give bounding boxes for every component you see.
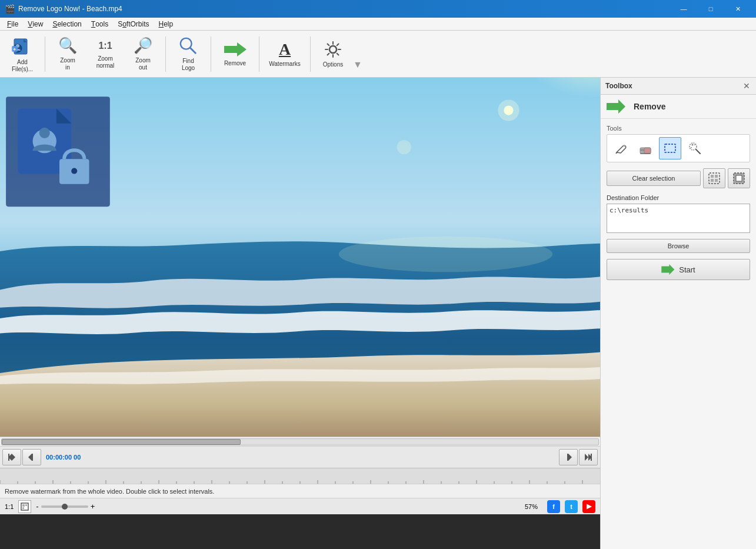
video-canvas: [0, 78, 600, 437]
pen-tool-button[interactable]: [610, 137, 632, 159]
dest-folder-input[interactable]: [607, 204, 750, 233]
timeline-controls: 00:00:00 00: [0, 447, 600, 468]
clear-selection-button[interactable]: Clear selection: [607, 171, 701, 186]
invert-selection-button[interactable]: [728, 168, 750, 188]
eraser-icon: [639, 142, 652, 155]
minimize-button[interactable]: ―: [670, 0, 697, 18]
start-button[interactable]: Start: [607, 259, 750, 280]
timeline-to-start[interactable]: [2, 449, 21, 465]
remove-label: Remove: [224, 60, 246, 66]
horizontal-scrollbar[interactable]: [0, 437, 600, 446]
close-button[interactable]: ✕: [724, 0, 751, 18]
svg-rect-73: [640, 149, 644, 151]
menu-help[interactable]: Help: [154, 18, 178, 30]
svg-rect-69: [22, 507, 24, 509]
toolbar-zoom-in[interactable]: 🔍 Zoomin: [50, 34, 85, 75]
toolbar-watermarks[interactable]: A Watermarks: [264, 34, 305, 75]
svg-rect-84: [715, 179, 718, 182]
magic-wand-icon: [688, 142, 701, 155]
bottom-bar: 1:1 - + 57% f t ▶: [0, 498, 600, 514]
window-controls: ― □ ✕: [670, 0, 751, 18]
main-layout: 00:00:00 00: [0, 78, 756, 549]
timeline-next-frame[interactable]: [559, 449, 578, 465]
toolbar-sep-1: [45, 36, 45, 72]
timeline-to-end[interactable]: [579, 449, 598, 465]
view-icon: [21, 503, 29, 511]
toolbar-remove[interactable]: Remove: [216, 34, 254, 75]
menu-view[interactable]: View: [23, 18, 48, 30]
toolbox-header: Toolbox ✕: [601, 78, 756, 95]
menu-tools[interactable]: Tools: [86, 18, 113, 30]
rect-select-tool-button[interactable]: [659, 137, 681, 159]
menu-file[interactable]: File: [2, 18, 23, 30]
svg-point-77: [692, 144, 694, 146]
facebook-icon[interactable]: f: [547, 500, 560, 513]
view-mode-icon[interactable]: [18, 500, 31, 513]
svg-rect-28: [567, 454, 568, 461]
svg-rect-86: [736, 175, 742, 181]
svg-line-7: [191, 48, 195, 52]
toolbar-sep-2: [165, 36, 166, 72]
zoom-out-label: Zoomout: [135, 57, 151, 71]
zoom-slider-thumb: [62, 504, 68, 510]
ruler-svg: [0, 468, 600, 484]
app-icon: 🎬: [5, 4, 15, 14]
toolbar-expand-icon[interactable]: ▼: [353, 59, 362, 70]
toolbar-find-logo[interactable]: FindLogo: [171, 34, 206, 75]
timeline: 00:00:00 00: [0, 446, 600, 484]
start-label: Start: [679, 265, 695, 274]
svg-point-78: [694, 144, 695, 145]
youtube-icon[interactable]: ▶: [582, 500, 595, 513]
start-arrow-icon: [661, 264, 674, 275]
timeline-prev-frame[interactable]: [22, 449, 41, 465]
svg-marker-27: [568, 454, 572, 461]
tools-row: [607, 134, 750, 162]
scrollbar-thumb[interactable]: [2, 439, 241, 445]
svg-point-16: [39, 128, 50, 138]
toolbox-close-button[interactable]: ✕: [742, 81, 751, 91]
zoom-slider-area[interactable]: - +: [36, 502, 95, 511]
svg-rect-82: [715, 175, 718, 178]
toolbox-title: Toolbox: [605, 82, 632, 90]
pen-icon: [614, 142, 627, 155]
toolbar-options[interactable]: Options: [315, 34, 351, 75]
svg-marker-8: [224, 42, 247, 56]
dest-folder-label: Destination Folder: [607, 194, 750, 201]
svg-line-76: [696, 149, 700, 154]
eraser-tool-button[interactable]: [634, 137, 657, 159]
toolbar-zoom-normal[interactable]: 1:1 Zoomnormal: [88, 34, 123, 75]
twitter-icon[interactable]: t: [565, 500, 578, 513]
scrollbar-track[interactable]: [1, 438, 599, 445]
svg-rect-26: [32, 454, 33, 461]
toolbar-zoom-out[interactable]: 🔎 Zoomout: [125, 34, 161, 75]
svg-marker-29: [585, 454, 588, 461]
toolbar-add-files[interactable]: + AddFile(s)...: [5, 34, 40, 75]
svg-rect-31: [591, 454, 592, 461]
zoom-in-btn-small[interactable]: +: [91, 502, 95, 511]
options-icon: [324, 40, 342, 59]
menu-softorbits[interactable]: SoftOrbits: [113, 18, 154, 30]
svg-rect-81: [711, 175, 714, 178]
toolbox-panel: Toolbox ✕ Remove Tools: [600, 78, 756, 549]
watermarks-label: Watermarks: [269, 61, 301, 67]
toolbar-sep-3: [211, 36, 211, 72]
maximize-button[interactable]: □: [697, 0, 724, 18]
magic-wand-tool-button[interactable]: [684, 137, 706, 159]
menu-selection[interactable]: Selection: [48, 18, 86, 30]
zoom-slider[interactable]: [41, 505, 88, 508]
video-area: 00:00:00 00: [0, 78, 600, 549]
select-all-button[interactable]: [703, 168, 725, 188]
svg-point-21: [397, 140, 411, 154]
timeline-ruler: [0, 468, 600, 484]
selection-row: Clear selection: [607, 168, 750, 188]
options-label: Options: [323, 61, 343, 68]
invert-select-icon: [732, 172, 745, 185]
timeline-time: 00:00:00 00: [46, 454, 81, 461]
zoom-out-btn-small[interactable]: -: [36, 502, 38, 511]
browse-button[interactable]: Browse: [607, 239, 750, 253]
find-logo-icon: [178, 36, 198, 55]
svg-text:+: +: [13, 46, 16, 52]
zoom-normal-label: Zoomnormal: [96, 55, 115, 69]
remove-section-icon: [607, 99, 625, 114]
rect-select-icon: [664, 142, 677, 155]
